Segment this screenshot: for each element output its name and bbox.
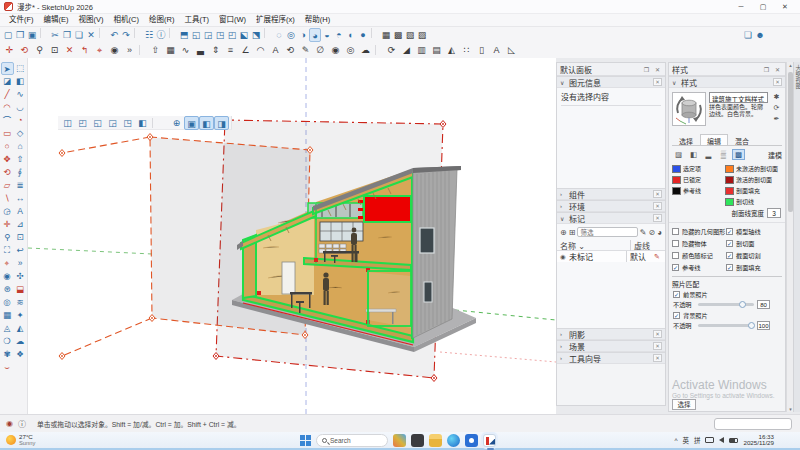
taskbar-clock[interactable]: 16:33 2025/11/29 [743,434,774,447]
add-tag-icon[interactable]: ⊕ [560,228,567,237]
zoom-icon[interactable]: ⚲ [1,231,14,244]
tab-edit[interactable]: 编辑 [700,134,728,145]
color-swatch[interactable] [725,176,734,184]
color-guides[interactable]: 参考线 [672,186,721,195]
equal-spacing-icon[interactable]: ≡ [223,43,238,57]
add-location-icon[interactable]: ◬ [1,322,14,335]
face-settings-icon[interactable]: ◧ [687,149,700,160]
smoove-icon[interactable]: ⟳ [384,43,399,57]
new-file-icon[interactable]: ▢ [2,28,14,42]
toolbar-icon[interactable] [139,45,146,55]
section-tags[interactable]: ∨ 标记 ✕ [557,212,665,224]
material-library-4-icon[interactable]: ▨ [416,28,428,42]
toolbar-icon[interactable] [134,28,141,38]
copy-icon[interactable]: ❐ [61,28,73,42]
drape-icon[interactable]: ◭ [14,322,27,335]
curve-pen-icon[interactable]: ✎ [298,43,313,57]
section-components[interactable]: ›组件 ✕ [557,188,665,200]
pie-tool-icon[interactable]: ◔ [14,114,27,127]
polygon-tool-icon[interactable]: ⌂ [14,140,27,153]
menu-view[interactable]: 视图(V) [74,14,109,26]
menu-edit[interactable]: 编辑(E) [39,14,74,26]
zoom-window-icon[interactable]: ⊡ [14,231,27,244]
freehand-tool-icon[interactable]: ∿ [14,88,27,101]
globe-1-icon[interactable]: ◉ [328,43,343,57]
color-inactive-section[interactable]: 未激活的剖切面 [725,164,782,173]
delete-icon[interactable]: ✕ [85,28,97,42]
check-hidden-objects[interactable]: 隐藏物体 [672,238,722,248]
fence-icon[interactable]: ▤ [429,43,444,57]
display-section-fill-icon[interactable]: ◨ [214,116,229,130]
cloud-icon[interactable]: ☁ [358,43,373,57]
viewport[interactable]: ◫◰◱◲◳◧⊕▣◧◨ [28,58,556,414]
menu-tools[interactable]: 工具(T) [179,14,214,26]
rectangle-tool-icon[interactable]: ▭ [1,127,14,140]
3d-text-icon[interactable]: ⊿ [14,218,27,231]
paste-icon[interactable]: ❏ [73,28,85,42]
foreground-photo-checkbox[interactable]: ✓前景照片 [669,289,785,299]
battery-icon[interactable] [729,438,738,443]
tag-purge-icon[interactable]: ⊘ [648,228,655,237]
help-info-icon[interactable]: ⓘ [18,418,26,429]
style-perspective-icon[interactable]: ● [357,28,369,42]
solid-intersect-icon[interactable]: ◳ [120,116,135,130]
section-line-width-input[interactable]: 3 [767,208,781,218]
slope-icon[interactable]: ◢ [399,43,414,57]
foreground-opacity-value[interactable]: 80 [757,300,770,309]
style-hidden-line-icon[interactable]: ◎ [285,28,297,42]
geolocation-icon[interactable]: ◉ [6,419,13,428]
walk-icon2[interactable]: » [14,257,27,270]
tray-overflow-icon[interactable]: ❐ [642,66,651,73]
menu-help[interactable]: 帮助(H) [300,14,335,26]
push-pull-icon[interactable]: ⇧ [148,43,163,57]
intersect-icon[interactable]: ✦ [14,309,27,322]
style-shaded-icon[interactable]: ◑ [297,28,309,42]
section-environments[interactable]: ›环境 ✕ [557,200,665,212]
edge-settings-icon[interactable]: ▨ [672,149,685,160]
walk-icon[interactable]: » [122,43,137,57]
task-view-icon[interactable] [411,434,424,447]
background-opacity-value[interactable]: 100 [757,321,770,330]
ime-pinyin-indicator[interactable]: 拼 [694,435,701,445]
check-section-cuts[interactable]: ✓截面切割 [726,250,782,260]
menu-extensions[interactable]: 扩展程序(x) [251,14,300,26]
toolbar-icon[interactable] [169,28,176,38]
tag-col-name[interactable]: 名称 ⌄ [560,240,630,251]
material-library-1-icon[interactable]: ▦ [380,28,392,42]
outer-shell-icon[interactable]: ▦ [1,309,14,322]
view-iso-icon[interactable]: ⬒ [178,28,190,42]
close-section-icon[interactable]: ✕ [653,342,662,350]
solid-outer-shell-icon[interactable]: ◫ [60,116,75,130]
three-point-arc-icon[interactable]: ⌒ [1,114,14,127]
zoom-window-tool-icon[interactable]: ⊡ [47,43,62,57]
style-xray-icon[interactable]: ◓ [333,28,345,42]
color-swatch[interactable] [725,198,734,206]
arc-tool-icon[interactable]: ◠ [1,101,14,114]
view-top-icon[interactable]: ◱ [190,28,202,42]
toolbar-icon[interactable] [99,28,106,38]
frame-icon[interactable]: A [268,43,283,57]
text-tool-icon[interactable]: A [14,205,27,218]
tape-measure-icon[interactable]: ∖ [1,192,14,205]
tag-filter-input[interactable] [577,227,637,237]
lasso-tool-icon[interactable]: ⬚ [14,62,27,75]
globe-2-icon[interactable]: ◎ [343,43,358,57]
watermark-settings-icon[interactable]: ▒ [717,149,730,160]
foreground-opacity-slider[interactable] [698,303,754,306]
material-library-2-icon[interactable]: ▩ [392,28,404,42]
check-model-axes[interactable]: ✓模型轴线 [726,226,782,236]
look-around-icon[interactable]: ◉ [107,43,122,57]
sketchup-app-icon[interactable] [483,434,496,447]
color-section-lines[interactable]: 剖切线 [725,197,782,206]
model-3d-view[interactable] [28,58,556,414]
wall-icon[interactable]: ▥ [414,43,429,57]
section-styles[interactable]: ∨ 样式 ✕ [669,76,785,88]
paint-bucket-icon[interactable]: ◧ [14,75,27,88]
add-tag-folder-icon[interactable]: ⊞ [569,228,576,237]
material-library-3-icon[interactable]: ▧ [404,28,416,42]
toolbar-icon[interactable] [375,45,382,55]
collapsed-tray-tab[interactable]: 大纲视图 [793,62,800,412]
move-icon[interactable]: ✥ [1,153,14,166]
orbit-icon[interactable]: ⊛ [1,283,14,296]
style-description[interactable]: 拼色表面颜色。轮廓边线。白色背景。 [709,104,768,118]
